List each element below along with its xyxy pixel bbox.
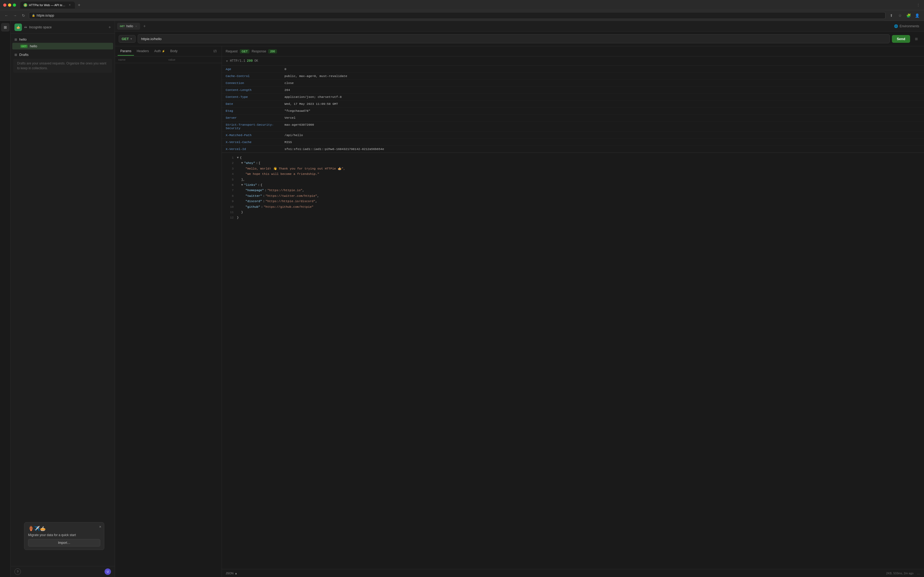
- line-number: 9: [225, 199, 234, 204]
- http-status-line: ▼ HTTP/1.1 200 OK: [222, 56, 924, 66]
- back-button[interactable]: ←: [3, 12, 10, 19]
- toast-close-button[interactable]: ×: [99, 525, 101, 529]
- request-item-hello[interactable]: GET hello: [12, 43, 113, 50]
- line-number: 3: [225, 166, 234, 171]
- environments-label: Environments: [900, 24, 919, 28]
- drafts-section: ⊞ Drafts Drafts are your unsaved request…: [11, 52, 115, 73]
- header-name: Age: [225, 68, 285, 71]
- maximize-window-button[interactable]: [13, 3, 16, 7]
- collapse-arrow[interactable]: ▼: [241, 161, 243, 166]
- user-avatar[interactable]: U: [105, 569, 111, 575]
- format-label: JSON: [225, 572, 233, 575]
- header-row: Content-Typeapplication/json; charset=ut…: [222, 93, 924, 100]
- tab-params[interactable]: Params: [118, 47, 134, 56]
- collapse-arrow[interactable]: ▼: [225, 60, 228, 63]
- minimize-window-button[interactable]: [8, 3, 11, 7]
- http-version: HTTP/1.1: [230, 59, 245, 63]
- format-selector[interactable]: JSON ▲: [225, 572, 237, 575]
- header-row: X-Vercel-Idsfo1:sfo1:iad1::iad1::p2hw6-1…: [222, 146, 924, 153]
- header-row: DateWed, 17 May 2023 11:09:58 GMT: [222, 100, 924, 108]
- header-value: close: [285, 81, 920, 85]
- response-body: ▼ HTTP/1.1 200 OK Age0Cache-Controlpubli…: [222, 56, 924, 569]
- header-value: public, max-age=0, must-revalidate: [285, 74, 920, 78]
- more-options-button[interactable]: …: [917, 571, 920, 575]
- traffic-lights: [3, 3, 16, 7]
- help-button[interactable]: ?: [14, 569, 21, 575]
- address-bar[interactable]: 🔒 httpie.io/app: [29, 12, 885, 19]
- share-button[interactable]: ⬆: [888, 12, 895, 19]
- new-request-tab-button[interactable]: +: [141, 23, 148, 30]
- collapse-arrow[interactable]: ▼: [241, 183, 243, 187]
- browser-expand-button[interactable]: ⋮: [916, 3, 921, 7]
- url-input[interactable]: [141, 37, 887, 41]
- toast-icons: 🏺✈️🥧: [28, 525, 100, 532]
- response-meta: 2KB, 533ms, 2m ago: [886, 572, 914, 575]
- toast-import-button[interactable]: Import…: [28, 539, 100, 546]
- method-selector[interactable]: GET ▼: [119, 35, 135, 43]
- bookmark-button[interactable]: ☆: [896, 12, 904, 19]
- title-bar: 🥧 HTTPie for Web — API testing … × + ⋮: [0, 0, 924, 10]
- header-value: max-age=63072000: [285, 123, 920, 126]
- close-window-button[interactable]: [3, 3, 6, 7]
- params-table: name value: [115, 56, 222, 577]
- migration-toast: × 🏺✈️🥧 Migrate your data for a quick sta…: [24, 522, 104, 550]
- response-label: Response: [251, 50, 266, 53]
- browser-tab-title: HTTPie for Web — API testing …: [29, 3, 66, 7]
- header-name: Strict-Transport-Security-Security: [225, 123, 285, 130]
- header-row: ServerVercel: [222, 114, 924, 121]
- browser-tab-active[interactable]: 🥧 HTTPie for Web — API testing … ×: [20, 2, 75, 8]
- refresh-button[interactable]: ↻: [20, 12, 27, 19]
- sidebar-panel: ⊞ hello GET hello ⊞ Drafts Drafts are yo…: [11, 34, 115, 566]
- request-name: hello: [30, 44, 37, 48]
- collection-name: hello: [19, 37, 26, 42]
- extensions-button[interactable]: 🧩: [905, 12, 912, 19]
- collection-drafts[interactable]: ⊞ Drafts: [11, 52, 115, 58]
- add-workspace-button[interactable]: +: [109, 25, 111, 29]
- header-row: Etag"fcegchauwd78": [222, 108, 924, 114]
- new-browser-tab-button[interactable]: +: [76, 2, 82, 8]
- line-number: 11: [225, 210, 234, 215]
- send-button[interactable]: Send: [892, 35, 910, 43]
- tab-favicon: 🥧: [24, 3, 27, 7]
- browser-tab-close[interactable]: ×: [68, 3, 72, 7]
- url-display: httpie.io/app: [37, 14, 54, 18]
- collection-hello[interactable]: ⊞ hello: [11, 36, 115, 42]
- environments-button[interactable]: 🌐 Environments: [892, 23, 922, 29]
- collapse-arrow[interactable]: ▼: [237, 155, 239, 160]
- json-line: 10"github": "https://github.com/httpie": [222, 204, 924, 210]
- header-row: X-Vercel-CacheMISS: [222, 139, 924, 146]
- tab-body[interactable]: Body: [167, 47, 180, 56]
- json-line: 4"We hope this will become a friendship.…: [222, 171, 924, 177]
- header-value: "fcegchauwd78": [285, 109, 920, 113]
- header-row: X-Matched-Path/api/hello: [222, 132, 924, 139]
- layout-button[interactable]: ⊞: [912, 35, 920, 43]
- auth-icon: ⚡: [162, 50, 165, 53]
- request-label: Request: [225, 50, 238, 53]
- header-name: Etag: [225, 109, 285, 113]
- profile-button[interactable]: 👤: [913, 12, 921, 19]
- header-row: Strict-Transport-Security-Securitymax-ag…: [222, 121, 924, 132]
- header-value: sfo1:sfo1:iad1::iad1::p2hw6-168432179814…: [285, 147, 920, 151]
- workspace-selector[interactable]: 🕶 Incognito space +: [24, 25, 111, 29]
- drafts-name: Drafts: [19, 53, 29, 57]
- method-badge-get: GET: [20, 45, 27, 48]
- line-number: 10: [225, 205, 234, 210]
- tab-close-button[interactable]: ×: [135, 24, 137, 28]
- tab-code[interactable]: ⟨/⟩: [211, 48, 219, 55]
- json-line: 8"twitter": "https://twitter.com/httpie"…: [222, 193, 924, 199]
- request-tab-hello[interactable]: GET hello ×: [117, 23, 140, 30]
- headers-table: Age0Cache-Controlpublic, max-age=0, must…: [222, 66, 924, 153]
- nav-icon-grid[interactable]: ⊞: [1, 23, 10, 32]
- environments-icon: 🌐: [894, 24, 898, 28]
- main-area: GET hello × + 🌐 Environments GET ▼ Send …: [115, 21, 924, 577]
- status-text: OK: [254, 59, 258, 63]
- app-container: ⊞ 🥧 🕶 Incognito space + ⊞ hello GET hell…: [0, 21, 924, 577]
- tab-headers[interactable]: Headers: [134, 47, 151, 56]
- header-row: Cache-Controlpublic, max-age=0, must-rev…: [222, 73, 924, 80]
- json-line: 6▼ "links": {: [222, 182, 924, 188]
- header-value: application/json; charset=utf-8: [285, 95, 920, 99]
- tab-auth[interactable]: Auth ⚡: [151, 47, 167, 56]
- forward-button[interactable]: →: [12, 12, 18, 19]
- collection-icon: ⊞: [14, 38, 17, 42]
- line-number: 8: [225, 193, 234, 198]
